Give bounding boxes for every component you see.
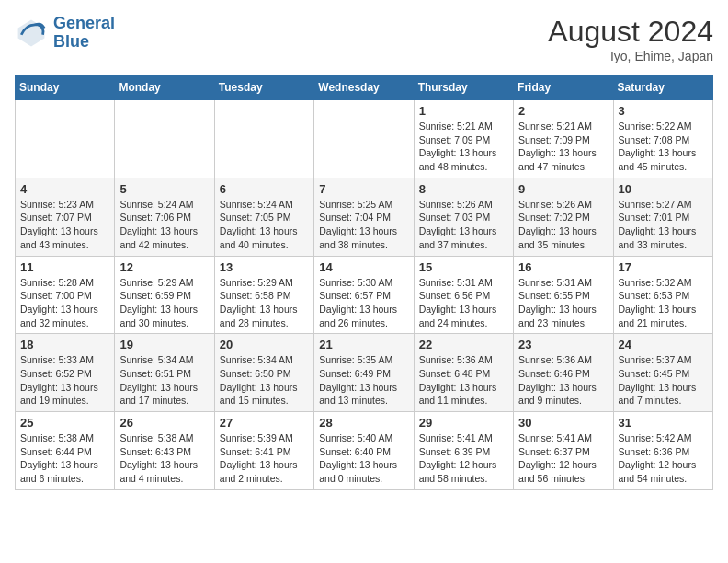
calendar-cell: 10Sunrise: 5:27 AM Sunset: 7:01 PM Dayli… [613, 178, 712, 256]
weekday-header-monday: Monday [115, 75, 214, 100]
day-number: 24 [619, 338, 708, 351]
calendar-cell [115, 100, 214, 178]
calendar-cell: 17Sunrise: 5:32 AM Sunset: 6:53 PM Dayli… [613, 256, 712, 334]
day-info: Sunrise: 5:32 AM Sunset: 6:53 PM Dayligh… [619, 276, 708, 330]
day-number: 6 [220, 182, 309, 196]
calendar-cell: 12Sunrise: 5:29 AM Sunset: 6:59 PM Dayli… [115, 256, 214, 334]
day-info: Sunrise: 5:21 AM Sunset: 7:09 PM Dayligh… [419, 120, 508, 174]
calendar-cell: 5Sunrise: 5:24 AM Sunset: 7:06 PM Daylig… [115, 178, 214, 256]
day-number: 12 [119, 260, 209, 274]
calendar-cell: 11Sunrise: 5:28 AM Sunset: 7:00 PM Dayli… [16, 256, 115, 334]
week-row-2: 4Sunrise: 5:23 AM Sunset: 7:07 PM Daylig… [16, 178, 713, 256]
day-number: 14 [319, 260, 408, 274]
day-number: 3 [619, 104, 708, 118]
calendar-cell: 14Sunrise: 5:30 AM Sunset: 6:57 PM Dayli… [314, 256, 414, 334]
day-info: Sunrise: 5:27 AM Sunset: 7:01 PM Dayligh… [619, 198, 708, 252]
logo-text: General Blue [53, 15, 115, 52]
calendar-cell: 6Sunrise: 5:24 AM Sunset: 7:05 PM Daylig… [214, 178, 313, 256]
day-info: Sunrise: 5:37 AM Sunset: 6:45 PM Dayligh… [619, 353, 708, 408]
calendar-cell [16, 100, 115, 178]
day-number: 21 [319, 338, 408, 351]
week-row-3: 11Sunrise: 5:28 AM Sunset: 7:00 PM Dayli… [16, 256, 713, 334]
title-block: August 2024 Iyo, Ehime, Japan [548, 15, 713, 63]
calendar-cell: 13Sunrise: 5:29 AM Sunset: 6:58 PM Dayli… [214, 256, 313, 334]
logo-icon [15, 17, 48, 50]
month-title: August 2024 [548, 15, 713, 49]
day-info: Sunrise: 5:29 AM Sunset: 6:59 PM Dayligh… [119, 276, 209, 330]
day-number: 10 [619, 182, 708, 196]
day-number: 7 [319, 182, 408, 196]
calendar-cell: 4Sunrise: 5:23 AM Sunset: 7:07 PM Daylig… [16, 178, 115, 256]
day-info: Sunrise: 5:40 AM Sunset: 6:40 PM Dayligh… [319, 431, 408, 486]
day-number: 31 [619, 416, 708, 430]
weekday-header-tuesday: Tuesday [214, 75, 313, 100]
day-number: 26 [119, 416, 209, 430]
calendar-cell: 29Sunrise: 5:41 AM Sunset: 6:39 PM Dayli… [414, 412, 513, 490]
day-info: Sunrise: 5:23 AM Sunset: 7:07 PM Dayligh… [20, 198, 109, 252]
calendar-cell [314, 100, 414, 178]
location: Iyo, Ehime, Japan [548, 49, 713, 63]
logo: General Blue [15, 15, 115, 52]
day-number: 30 [518, 416, 608, 430]
day-number: 23 [518, 338, 608, 351]
calendar-table: SundayMondayTuesdayWednesdayThursdayFrid… [15, 75, 713, 490]
day-number: 2 [518, 104, 608, 118]
week-row-1: 1Sunrise: 5:21 AM Sunset: 7:09 PM Daylig… [16, 100, 713, 178]
calendar-cell: 1Sunrise: 5:21 AM Sunset: 7:09 PM Daylig… [414, 100, 513, 178]
calendar-cell: 8Sunrise: 5:26 AM Sunset: 7:03 PM Daylig… [414, 178, 513, 256]
weekday-header-row: SundayMondayTuesdayWednesdayThursdayFrid… [16, 75, 713, 100]
calendar-cell: 16Sunrise: 5:31 AM Sunset: 6:55 PM Dayli… [514, 256, 613, 334]
day-info: Sunrise: 5:31 AM Sunset: 6:55 PM Dayligh… [518, 276, 608, 330]
page-header: General Blue August 2024 Iyo, Ehime, Jap… [15, 15, 713, 63]
day-number: 8 [419, 182, 508, 196]
day-number: 16 [518, 260, 608, 274]
week-row-5: 25Sunrise: 5:38 AM Sunset: 6:44 PM Dayli… [16, 412, 713, 490]
calendar-cell: 19Sunrise: 5:34 AM Sunset: 6:51 PM Dayli… [115, 334, 214, 412]
calendar-cell: 28Sunrise: 5:40 AM Sunset: 6:40 PM Dayli… [314, 412, 414, 490]
weekday-header-sunday: Sunday [16, 75, 115, 100]
day-info: Sunrise: 5:26 AM Sunset: 7:02 PM Dayligh… [518, 198, 608, 252]
day-info: Sunrise: 5:21 AM Sunset: 7:09 PM Dayligh… [518, 120, 608, 174]
day-info: Sunrise: 5:42 AM Sunset: 6:36 PM Dayligh… [619, 431, 708, 486]
day-info: Sunrise: 5:38 AM Sunset: 6:44 PM Dayligh… [20, 431, 109, 486]
weekday-header-thursday: Thursday [414, 75, 513, 100]
day-number: 1 [419, 104, 508, 118]
calendar-cell: 30Sunrise: 5:41 AM Sunset: 6:37 PM Dayli… [514, 412, 613, 490]
day-number: 17 [619, 260, 708, 274]
day-number: 27 [220, 416, 309, 430]
weekday-header-friday: Friday [514, 75, 613, 100]
day-info: Sunrise: 5:36 AM Sunset: 6:46 PM Dayligh… [518, 353, 608, 408]
calendar-cell: 7Sunrise: 5:25 AM Sunset: 7:04 PM Daylig… [314, 178, 414, 256]
day-number: 25 [20, 416, 109, 430]
day-number: 5 [119, 182, 209, 196]
calendar-cell: 25Sunrise: 5:38 AM Sunset: 6:44 PM Dayli… [16, 412, 115, 490]
day-number: 19 [119, 338, 209, 351]
day-number: 28 [319, 416, 408, 430]
calendar-cell: 21Sunrise: 5:35 AM Sunset: 6:49 PM Dayli… [314, 334, 414, 412]
calendar-cell: 9Sunrise: 5:26 AM Sunset: 7:02 PM Daylig… [514, 178, 613, 256]
calendar-cell: 3Sunrise: 5:22 AM Sunset: 7:08 PM Daylig… [613, 100, 712, 178]
day-number: 9 [518, 182, 608, 196]
calendar-cell: 23Sunrise: 5:36 AM Sunset: 6:46 PM Dayli… [514, 334, 613, 412]
day-number: 29 [419, 416, 508, 430]
calendar-cell: 15Sunrise: 5:31 AM Sunset: 6:56 PM Dayli… [414, 256, 513, 334]
calendar-cell: 18Sunrise: 5:33 AM Sunset: 6:52 PM Dayli… [16, 334, 115, 412]
calendar-cell: 22Sunrise: 5:36 AM Sunset: 6:48 PM Dayli… [414, 334, 513, 412]
day-info: Sunrise: 5:25 AM Sunset: 7:04 PM Dayligh… [319, 198, 408, 252]
day-info: Sunrise: 5:36 AM Sunset: 6:48 PM Dayligh… [419, 353, 508, 408]
day-number: 22 [419, 338, 508, 351]
weekday-header-saturday: Saturday [613, 75, 712, 100]
day-info: Sunrise: 5:26 AM Sunset: 7:03 PM Dayligh… [419, 198, 508, 252]
day-info: Sunrise: 5:41 AM Sunset: 6:37 PM Dayligh… [518, 431, 608, 486]
calendar-cell: 20Sunrise: 5:34 AM Sunset: 6:50 PM Dayli… [214, 334, 313, 412]
day-info: Sunrise: 5:34 AM Sunset: 6:51 PM Dayligh… [119, 353, 209, 408]
day-info: Sunrise: 5:28 AM Sunset: 7:00 PM Dayligh… [20, 276, 109, 330]
calendar-cell: 26Sunrise: 5:38 AM Sunset: 6:43 PM Dayli… [115, 412, 214, 490]
calendar-cell [214, 100, 313, 178]
weekday-header-wednesday: Wednesday [314, 75, 414, 100]
day-info: Sunrise: 5:31 AM Sunset: 6:56 PM Dayligh… [419, 276, 508, 330]
day-info: Sunrise: 5:30 AM Sunset: 6:57 PM Dayligh… [319, 276, 408, 330]
day-info: Sunrise: 5:24 AM Sunset: 7:05 PM Dayligh… [220, 198, 309, 252]
calendar-cell: 31Sunrise: 5:42 AM Sunset: 6:36 PM Dayli… [613, 412, 712, 490]
day-number: 11 [20, 260, 109, 274]
